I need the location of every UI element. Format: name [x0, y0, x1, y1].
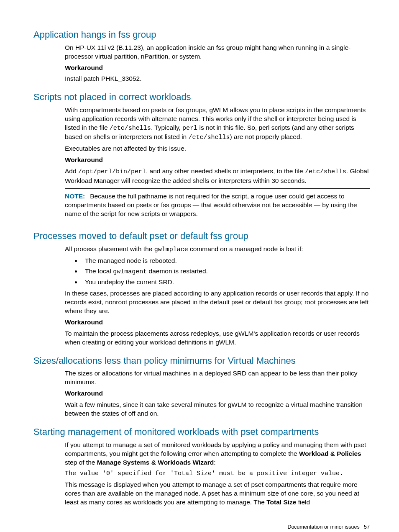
inline-code: gwlmagent — [113, 268, 147, 275]
text: , and any other needed shells or interpr… — [146, 167, 305, 175]
paragraph: Add /opt/perl/bin/perl, and any other ne… — [65, 167, 370, 185]
text: field — [296, 499, 310, 506]
list-item: You undeploy the current SRD. — [82, 278, 370, 287]
page-footer: Documentation or minor issues 57 — [33, 524, 370, 531]
text: All process placement with the — [65, 245, 154, 252]
paragraph: If you attempt to manage a set of monito… — [65, 441, 370, 467]
inline-code: /etc/shells — [305, 168, 346, 175]
text: . Typically, — [151, 124, 182, 131]
section-body: The sizes or allocations for virtual mac… — [65, 369, 370, 418]
note-label: NOTE: — [65, 193, 85, 200]
note-text: Because the full pathname is not require… — [65, 193, 357, 217]
workaround-label: Workaround — [65, 389, 370, 398]
paragraph: Install patch PHKL_33052. — [65, 75, 370, 83]
text: The local — [85, 267, 113, 275]
inline-code: /opt/perl/bin/perl — [78, 168, 146, 175]
section-heading-fss-hang: Application hangs in fss group — [33, 28, 370, 41]
section-body: With compartments based on psets or fss … — [65, 106, 370, 222]
paragraph: Wait a few minutes, since it can take se… — [65, 401, 370, 418]
paragraph: All process placement with the gwlmplace… — [65, 245, 370, 254]
text: Add — [65, 167, 78, 175]
note-paragraph: NOTE:Because the full pathname is not re… — [65, 192, 370, 218]
page-number: 57 — [364, 524, 370, 530]
bold-text: Total Size — [266, 499, 296, 506]
inline-code: /etc/shells — [110, 125, 151, 132]
paragraph: To maintain the process placements acros… — [65, 329, 370, 347]
paragraph: This message is displayed when you attem… — [65, 481, 370, 507]
section-heading-starting-management: Starting management of monitored workloa… — [33, 426, 370, 438]
divider — [65, 188, 370, 189]
text: daemon is restarted. — [147, 267, 208, 275]
text: ) are not properly placed. — [230, 133, 302, 140]
section-heading-sizes: Sizes/allocations less than policy minim… — [33, 355, 370, 367]
section-body: If you attempt to manage a set of monito… — [65, 441, 370, 507]
workaround-label: Workaround — [65, 64, 370, 72]
bullet-list: The managed node is rebooted. The local … — [65, 257, 370, 287]
text: : — [214, 459, 215, 466]
paragraph: Executables are not affected by this iss… — [65, 144, 370, 153]
divider — [65, 222, 370, 222]
text: command on a managed node is lost if: — [188, 245, 303, 252]
text: This message is displayed when you attem… — [65, 481, 359, 506]
section-body: On HP-UX 11i v2 (B.11.23), an applicatio… — [65, 44, 370, 84]
workaround-label: Workaround — [65, 156, 370, 164]
paragraph: On HP-UX 11i v2 (B.11.23), an applicatio… — [65, 44, 370, 61]
bold-text: Workload & Policies — [299, 450, 361, 457]
error-message-code: The value '0' specified for 'Total Size'… — [65, 470, 370, 478]
section-body: All process placement with the gwlmplace… — [65, 245, 370, 347]
workaround-label: Workaround — [65, 318, 370, 327]
paragraph: The sizes or allocations for virtual mac… — [65, 369, 370, 387]
bold-text: Manage Systems & Workloads Wizard — [97, 459, 214, 466]
inline-code: gwlmplace — [154, 246, 188, 253]
list-item: The local gwlmagent daemon is restarted. — [82, 267, 370, 276]
section-heading-processes: Processes moved to default pset or defau… — [33, 230, 370, 242]
footer-text: Documentation or minor issues — [287, 524, 359, 530]
section-heading-scripts: Scripts not placed in correct workloads — [33, 91, 370, 103]
text: step of the — [65, 459, 97, 466]
paragraph: In these cases, processes are placed acc… — [65, 289, 370, 316]
list-item: The managed node is rebooted. — [82, 257, 370, 265]
paragraph: With compartments based on psets or fss … — [65, 106, 370, 142]
inline-code: perl — [182, 125, 197, 132]
inline-code: /etc/shells — [189, 134, 230, 141]
